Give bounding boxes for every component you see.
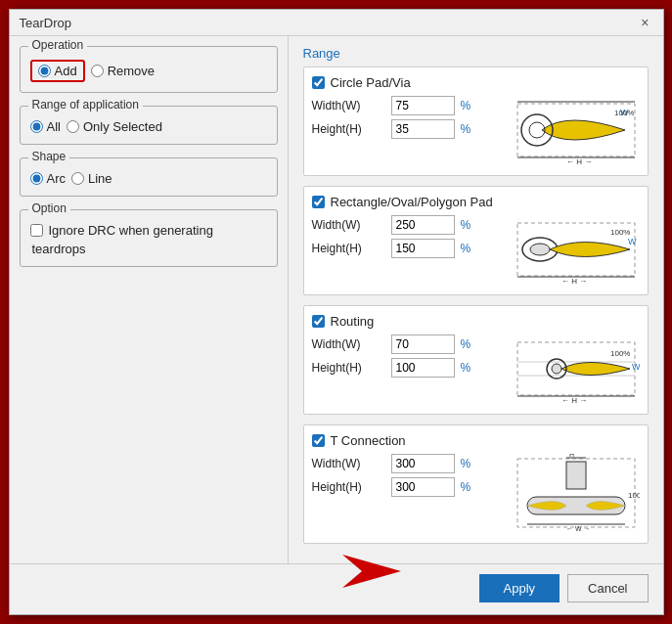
svg-point-10	[530, 244, 550, 255]
routing-height-unit: %	[461, 361, 471, 375]
circle-width-row: Width(W) %	[312, 96, 505, 115]
dialog-body: Operation Add Remove Range of	[10, 36, 663, 563]
tconn-height-row: Height(H) %	[312, 477, 505, 497]
add-radio[interactable]	[38, 65, 51, 77]
rectangle-pad-svg: W 100% ← H →	[513, 215, 640, 284]
circle-pad-svg: W 100% ← H →	[513, 96, 640, 164]
circle-pad-header: Circle Pad/Via	[312, 75, 640, 90]
svg-marker-32	[205, 555, 401, 588]
rectangle-pad-checkbox[interactable]	[312, 196, 325, 208]
range-of-application-group: Range of application All Only Selected	[20, 106, 278, 145]
routing-section: Routing Width(W) % Height(H)	[303, 305, 649, 415]
add-label[interactable]: Add	[55, 64, 77, 78]
option-group: Option Ignore DRC when generating teardr…	[20, 209, 278, 267]
circle-pad-checkbox[interactable]	[312, 76, 325, 89]
line-radio[interactable]	[71, 172, 84, 185]
routing-width-label: Width(W)	[312, 337, 385, 351]
rectangle-pad-section: Rectangle/Oval/Polygon Pad Width(W) % He…	[303, 186, 649, 295]
svg-text:← W →: ← W →	[566, 525, 591, 532]
circle-height-row: Height(H) %	[312, 119, 505, 139]
tconnection-svg: 100% H ← W →	[513, 454, 640, 532]
right-panel: Range Circle Pad/Via Width(W) %	[289, 36, 663, 563]
option-label: Option	[28, 201, 70, 215]
arc-label: Arc	[47, 171, 67, 186]
svg-text:100%: 100%	[628, 491, 640, 500]
svg-text:100%: 100%	[614, 109, 634, 117]
shape-group: Shape Arc Line	[20, 157, 278, 197]
tconnection-header: T Connection	[312, 433, 640, 448]
rectangle-pad-preview: W 100% ← H →	[513, 215, 640, 287]
rect-width-input[interactable]	[391, 215, 455, 235]
dialog-title: TearDrop	[20, 16, 71, 30]
operation-radio-row: Add Remove	[30, 60, 267, 82]
circle-height-input[interactable]	[391, 119, 455, 139]
only-selected-radio[interactable]	[67, 120, 79, 133]
rect-width-label: Width(W)	[312, 218, 385, 232]
rectangle-pad-fields: Width(W) % Height(H) %	[312, 215, 640, 287]
tconnection-checkbox[interactable]	[312, 434, 325, 447]
routing-height-label: Height(H)	[312, 361, 385, 375]
ignore-drc-checkbox[interactable]	[30, 224, 43, 237]
arrow-svg	[205, 545, 401, 599]
all-label: All	[47, 119, 61, 134]
arrow-indicator	[205, 545, 401, 602]
remove-radio[interactable]	[91, 65, 104, 77]
circle-width-label: Width(W)	[312, 99, 385, 112]
tconn-width-row: Width(W) %	[312, 454, 505, 473]
tconn-height-unit: %	[461, 480, 471, 494]
routing-checkbox[interactable]	[312, 315, 325, 328]
circle-height-unit: %	[461, 122, 471, 136]
routing-width-unit: %	[461, 337, 471, 351]
close-button[interactable]: ×	[637, 15, 652, 30]
svg-text:← H →: ← H →	[561, 277, 587, 284]
rect-height-input[interactable]	[391, 239, 455, 258]
operation-label: Operation	[28, 38, 88, 52]
routing-width-row: Width(W) %	[312, 334, 505, 354]
line-label: Line	[88, 171, 112, 186]
rectangle-pad-header: Rectangle/Oval/Polygon Pad	[312, 195, 640, 209]
tconn-width-input[interactable]	[391, 454, 455, 473]
rect-height-label: Height(H)	[312, 242, 385, 255]
all-radio[interactable]	[30, 120, 43, 133]
tconn-width-unit: %	[461, 457, 471, 470]
teardrop-dialog: TearDrop × Operation Add Remove	[9, 9, 664, 615]
bottom-bar: Apply Cancel	[10, 563, 663, 612]
tconn-height-label: Height(H)	[312, 480, 385, 494]
svg-text:← H →: ← H →	[561, 396, 587, 403]
shape-label: Shape	[28, 150, 70, 163]
routing-header: Routing	[312, 314, 640, 329]
svg-text:100%: 100%	[610, 228, 630, 237]
ignore-drc-row: Ignore DRC when generating	[30, 223, 267, 238]
tconnection-label: T Connection	[331, 433, 406, 448]
title-bar: TearDrop ×	[10, 10, 663, 36]
line-radio-label[interactable]: Line	[71, 171, 112, 186]
remove-radio-label[interactable]: Remove	[91, 64, 155, 78]
routing-fields: Width(W) % Height(H) %	[312, 334, 640, 406]
routing-inputs: Width(W) % Height(H) %	[312, 334, 505, 381]
circle-pad-preview: W 100% ← H →	[513, 96, 640, 167]
circle-pad-inputs: Width(W) % Height(H) %	[312, 96, 505, 143]
cancel-button[interactable]: Cancel	[567, 574, 648, 602]
tconn-width-label: Width(W)	[312, 457, 385, 470]
svg-text:W: W	[632, 362, 640, 372]
ignore-drc-label[interactable]: Ignore DRC when generating	[49, 223, 213, 238]
arc-radio[interactable]	[30, 172, 43, 185]
svg-text:H: H	[569, 454, 574, 458]
arc-radio-label[interactable]: Arc	[30, 171, 67, 186]
tconnection-inputs: Width(W) % Height(H) %	[312, 454, 505, 501]
rect-width-unit: %	[461, 218, 471, 232]
left-panel: Operation Add Remove Range of	[10, 36, 289, 563]
routing-svg: 100% W ← H →	[513, 334, 640, 403]
apply-button[interactable]: Apply	[479, 574, 560, 602]
tconn-height-input[interactable]	[391, 477, 455, 497]
circle-pad-fields: Width(W) % Height(H) %	[312, 96, 640, 167]
all-radio-label[interactable]: All	[30, 119, 61, 134]
only-selected-radio-label[interactable]: Only Selected	[67, 119, 162, 134]
remove-label: Remove	[108, 64, 155, 78]
tconnection-fields: Width(W) % Height(H) %	[312, 454, 640, 535]
routing-width-input[interactable]	[391, 334, 455, 354]
routing-height-input[interactable]	[391, 358, 455, 378]
circle-width-input[interactable]	[391, 96, 455, 115]
rectangle-pad-label: Rectangle/Oval/Polygon Pad	[331, 195, 493, 209]
range-title: Range	[303, 46, 649, 61]
